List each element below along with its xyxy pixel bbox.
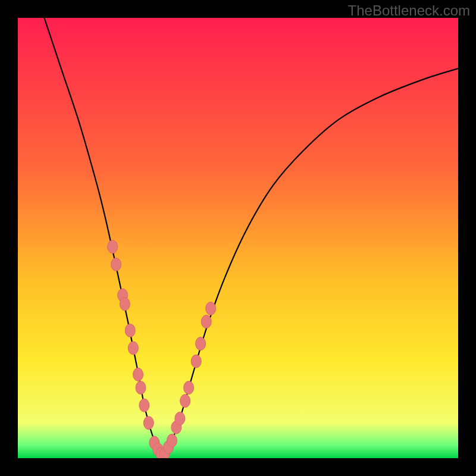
- data-point-marker: [196, 337, 206, 350]
- marker-cluster: [108, 240, 216, 458]
- data-point-marker: [125, 324, 135, 337]
- data-point-marker: [201, 315, 211, 328]
- plot-area: [18, 18, 458, 458]
- data-point-marker: [167, 434, 177, 447]
- data-point-marker: [184, 381, 194, 394]
- data-point-marker: [128, 342, 138, 355]
- data-point-marker: [206, 302, 216, 315]
- chart-svg: [18, 18, 458, 458]
- watermark-text: TheBottleneck.com: [348, 2, 470, 19]
- data-point-marker: [120, 298, 130, 311]
- curve-right-branch: [163, 68, 458, 456]
- data-point-marker: [180, 394, 190, 408]
- chart-frame: TheBottleneck.com: [0, 0, 476, 476]
- data-point-marker: [133, 368, 143, 381]
- data-point-marker: [175, 412, 185, 425]
- data-point-marker: [139, 399, 149, 412]
- data-point-marker: [136, 381, 146, 394]
- data-point-marker: [111, 258, 121, 271]
- data-point-marker: [143, 416, 154, 430]
- data-point-marker: [191, 355, 201, 368]
- data-point-marker: [108, 240, 118, 253]
